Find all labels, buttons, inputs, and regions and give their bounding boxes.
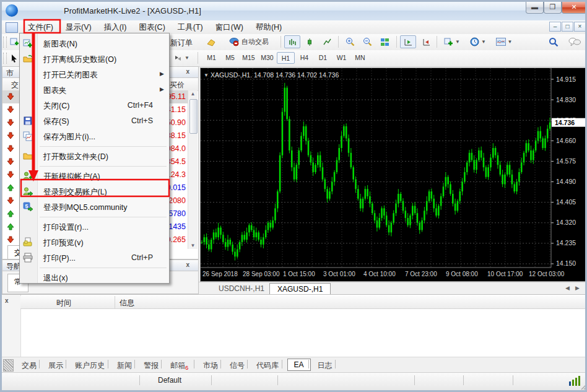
timeframe-m5[interactable]: M5 <box>221 52 239 64</box>
terminal-tab-exposure[interactable]: 展示 <box>45 359 67 373</box>
menu-item-label: 关闭(C) <box>43 101 69 111</box>
scroll-up-icon[interactable]: ▲ <box>189 91 196 97</box>
arrow-down-icon <box>7 197 14 204</box>
minimize-button[interactable]: ▬ <box>526 2 544 14</box>
menu-open-deleted[interactable]: 打开已关闭图表▶ <box>20 67 169 82</box>
svg-text:7 Oct 23:00: 7 Oct 23:00 <box>405 271 437 277</box>
menu-new-chart[interactable]: 新图表(N) <box>20 36 169 51</box>
column-bid[interactable]: 买价 <box>170 80 185 90</box>
menu-login-trade-account[interactable]: 登录到交易账户(L) <box>20 184 169 199</box>
chart-tab-usdcnhh1[interactable]: USDCNH-,H1 <box>211 283 272 295</box>
terminal-tab-mailbox[interactable]: 邮箱6 <box>167 359 192 373</box>
terminal-tab-market[interactable]: 市场 <box>199 359 222 373</box>
tab-scroll-right-icon[interactable]: ▶ <box>575 285 580 291</box>
bar-chart-mode-icon[interactable] <box>284 35 300 48</box>
column-time[interactable]: 时间 <box>56 298 71 308</box>
menu-open-offline[interactable]: 打开离线历史数据(O) <box>20 51 169 67</box>
timeframe-m15[interactable]: M15 <box>240 52 258 64</box>
terminal-tab-ea[interactable]: EA <box>287 359 311 371</box>
periods-dropdown[interactable]: ▼ <box>466 35 490 48</box>
menu-login-mql5[interactable]: 5登录到MQL5.community <box>20 199 169 215</box>
menu-help[interactable]: 帮助(H) <box>250 20 288 35</box>
tile-windows-icon[interactable] <box>376 35 393 48</box>
tab-scroll-left-icon[interactable]: ◀ <box>565 285 570 291</box>
chart-area[interactable]: 14.91514.83014.74514.66014.57514.49014.4… <box>200 68 587 282</box>
indicators-dropdown[interactable]: ▼ <box>440 35 464 48</box>
timeframe-h1[interactable]: H1 <box>277 52 295 64</box>
navigator-close-icon[interactable]: x <box>186 261 189 268</box>
svg-text:10 Oct 17:00: 10 Oct 17:00 <box>487 271 523 277</box>
templates-dropdown[interactable]: ▼ <box>492 35 516 48</box>
terminal-tab-trade[interactable]: 交易 <box>18 359 40 373</box>
mailbox-badge: 6 <box>185 364 188 371</box>
child-restore-button[interactable]: □ <box>562 22 573 32</box>
scroll-down-icon[interactable]: ▼ <box>189 243 196 248</box>
timeframe-h4[interactable]: H4 <box>295 52 313 64</box>
toolbar-grip[interactable] <box>3 53 7 64</box>
timeframe-d1[interactable]: D1 <box>314 52 332 64</box>
drag-trading-icon[interactable] <box>204 35 219 48</box>
resize-grip[interactable] <box>581 383 587 390</box>
terminal-tab-news[interactable]: 新闻 <box>113 359 136 373</box>
chart-shift-icon[interactable] <box>417 35 433 48</box>
price-chart[interactable]: 14.91514.83014.74514.66014.57514.49014.4… <box>201 68 587 281</box>
chart-dropdown-icon: ▼ <box>204 72 209 78</box>
terminal-tab-label: 邮箱 <box>170 361 185 370</box>
menu-exit[interactable]: 退出(x) <box>20 270 169 285</box>
terminal-close-icon[interactable]: x <box>5 297 9 304</box>
terminal-dock-grip[interactable] <box>3 359 14 372</box>
market-watch-scrollbar[interactable]: ▲ ▼ <box>188 90 198 249</box>
menu-item-label: 打开离线历史数据(O) <box>43 54 116 65</box>
menu-separator <box>40 268 167 268</box>
terminal-tab-signals[interactable]: 信号 <box>226 359 248 373</box>
column-message[interactable]: 信息 <box>120 298 134 308</box>
line-chart-mode-icon[interactable] <box>319 35 335 48</box>
column-symbol[interactable]: 交 <box>11 80 19 90</box>
menu-item-label: 打开已关闭图表 <box>43 70 98 81</box>
menu-close-chart[interactable]: 关闭(C)Ctrl+F4 <box>20 98 169 113</box>
menu-print[interactable]: 打印(P)...Ctrl+P <box>20 250 169 266</box>
timeframe-w1[interactable]: W1 <box>333 52 350 64</box>
menu-open-demo-account[interactable]: 开新模拟帐户(A) <box>20 168 169 184</box>
zoom-out-icon[interactable] <box>359 35 375 48</box>
terminal-tab-label: 账户历史 <box>75 361 105 370</box>
scrollbar-thumb[interactable] <box>189 99 198 134</box>
svg-text:28 Sep 03:00: 28 Sep 03:00 <box>243 271 280 277</box>
candlestick-mode-icon[interactable] <box>302 35 318 48</box>
auto-trading-button[interactable]: 自动交易 <box>221 35 277 48</box>
auto-scroll-icon[interactable] <box>400 35 416 48</box>
tab-divider <box>134 360 135 368</box>
menu-tools[interactable]: 工具(T) <box>172 20 209 35</box>
market-watch-close-icon[interactable]: x <box>186 68 189 75</box>
zoom-in-icon[interactable] <box>342 35 358 48</box>
menu-window[interactable]: 窗口(W) <box>209 20 250 35</box>
timeframe-m30[interactable]: M30 <box>258 52 276 64</box>
menu-open-data-folder[interactable]: 打开数据文件夹(D) <box>20 149 169 164</box>
menu-print-preview[interactable]: 打印预览(v) <box>20 235 169 250</box>
objects-arrange-dropdown[interactable]: ▼ <box>169 51 194 64</box>
status-profile[interactable]: Default <box>158 376 181 385</box>
terminal-tab-history[interactable]: 账户历史 <box>71 359 108 373</box>
terminal-tab-codebase[interactable]: 代码库 <box>253 359 282 373</box>
timeframe-mn[interactable]: MN <box>351 52 369 64</box>
arrow-down-icon <box>7 132 14 139</box>
toolbar-grip[interactable] <box>3 37 7 48</box>
menu-save[interactable]: 保存(S)Ctrl+S <box>20 113 169 129</box>
menu-print-setup[interactable]: 打印设置(r)... <box>20 219 169 235</box>
column-divider[interactable] <box>115 296 115 308</box>
new-order-button[interactable]: 新订单 <box>170 38 193 48</box>
timeframe-m1[interactable]: M1 <box>202 52 220 64</box>
child-minimize-button[interactable]: – <box>549 22 561 32</box>
maximize-button[interactable]: ❒ <box>544 2 562 14</box>
close-button[interactable]: ✕ <box>562 2 586 14</box>
terminal-tab-journal[interactable]: 日志 <box>314 359 336 373</box>
menu-profiles[interactable]: 图表夹▶ <box>20 82 169 98</box>
terminal-tab-alerts[interactable]: 警报 <box>140 359 162 373</box>
terminal-panel: x 时间 信息 交易展示账户历史新闻警报邮箱6市场信号代码库EA日志 <box>2 294 587 373</box>
menu-save-as-picture[interactable]: 保存为图片(i)... <box>20 129 169 144</box>
chat-icon[interactable] <box>565 35 584 48</box>
child-close-button[interactable]: × <box>574 22 586 32</box>
search-icon[interactable] <box>546 35 562 48</box>
chart-tab-xagusdh1[interactable]: XAGUSD-,H1 <box>269 283 331 295</box>
window-title: ProfitMarketHK-Live2 - [XAGUSD-,H1] <box>64 6 201 15</box>
